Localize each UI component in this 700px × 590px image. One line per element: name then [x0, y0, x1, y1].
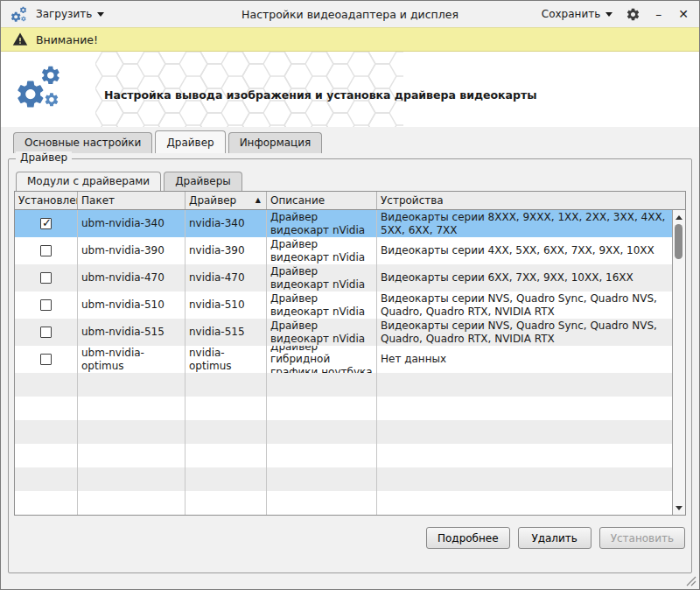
cell-driver: nvidia-340: [186, 210, 267, 237]
app-window: Загрузить Настройки видеоадаптера и дисп…: [0, 0, 700, 590]
installed-checkbox[interactable]: [40, 354, 52, 365]
gears-illustration-icon: [13, 62, 64, 113]
vertical-scrollbar[interactable]: [672, 210, 685, 515]
warning-banner: Внимание!: [1, 27, 699, 52]
tab-driver[interactable]: Драйвер: [155, 130, 225, 153]
cell-package: ubm-nvidia-510: [78, 291, 186, 319]
sort-ascending-icon: ▲: [256, 197, 262, 204]
cell-devices: Нет данных: [377, 346, 672, 373]
cell-description: Драйвер видеокарт nVidia: [267, 264, 377, 291]
resize-grip[interactable]: [686, 576, 696, 586]
column-header-driver[interactable]: Драйвер ▲: [186, 192, 267, 209]
groupbox-legend: Драйвер: [16, 151, 72, 164]
table-row-empty: [15, 444, 672, 467]
cell-driver: nvidia-510: [186, 291, 267, 319]
tab-label: Драйвер: [166, 137, 214, 149]
column-header-package[interactable]: Пакет: [78, 192, 186, 209]
subtab-drivers[interactable]: Драйверы: [164, 172, 242, 191]
cell-package: ubm-nvidia-470: [78, 264, 186, 291]
subtab-driver-modules[interactable]: Модули с драйверами: [16, 172, 161, 191]
table-header: Установлен Пакет Драйвер ▲ Описание Устр…: [15, 192, 685, 210]
column-header-description[interactable]: Описание: [267, 192, 377, 209]
chevron-down-icon: [97, 12, 104, 17]
page-header: Настройка вывода изображения и установка…: [1, 52, 699, 127]
table-row[interactable]: ubm-nvidia-510 nvidia-510 Драйвер видеок…: [15, 291, 672, 319]
tab-label: Информация: [240, 137, 312, 149]
table-row[interactable]: ubm-nvidia-390 nvidia-390 Драйвер видеок…: [15, 237, 672, 264]
cell-devices: Видеокарты серии NVS, Quadro Sync, Quadr…: [377, 291, 672, 319]
cell-description: Драйвер видеокарт nVidia: [267, 210, 377, 237]
table-row-empty: [15, 373, 672, 397]
chevron-down-icon: [606, 12, 612, 17]
cell-package: ubm-nvidia-515: [78, 319, 186, 346]
tab-information[interactable]: Информация: [228, 132, 323, 153]
table-row-empty: [15, 467, 672, 491]
details-button[interactable]: Подробнее: [426, 527, 510, 549]
cell-description: Драйвер видеокарт nVidia: [267, 291, 377, 319]
triangle-down-icon: [676, 506, 682, 510]
cell-driver: nvidia-390: [186, 237, 267, 264]
settings-gear-icon[interactable]: [626, 7, 640, 22]
driver-subtabbar: Модули с драйверами Драйверы: [16, 172, 686, 191]
cell-package: ubm-nvidia-340: [78, 210, 186, 237]
table-body: ubm-nvidia-340 nvidia-340 Драйвер видеок…: [15, 210, 672, 515]
cell-driver: nvidia-515: [186, 319, 267, 346]
cell-devices: Видеокарты серии 8XXX, 9XXX, 1XX, 2XX, 3…: [377, 210, 672, 237]
warning-text: Внимание!: [36, 33, 98, 46]
cell-devices: Видеокарты серии NVS, Quadro Sync, Quadr…: [377, 319, 672, 346]
table-row[interactable]: ubm-nvidia-470 nvidia-470 Драйвер видеок…: [15, 264, 672, 291]
main-tabbar: Основные настройки Драйвер Информация: [13, 130, 699, 153]
cell-description: Драйвер гибридной графики ноутбука: [267, 346, 377, 373]
cell-description: Драйвер видеокарт nVidia: [267, 319, 377, 346]
save-menu-button[interactable]: Сохранить: [542, 8, 613, 20]
cell-driver: nvidia-optimus: [186, 346, 267, 373]
table-row[interactable]: ubm-nvidia-340 nvidia-340 Драйвер видеок…: [15, 210, 672, 237]
table-row-empty: [15, 491, 672, 515]
titlebar: Загрузить Настройки видеоадаптера и дисп…: [1, 1, 699, 27]
installed-checkbox[interactable]: [40, 272, 52, 284]
load-menu-button[interactable]: Загрузить: [36, 8, 104, 20]
app-gears-icon: [10, 5, 28, 24]
subtab-label: Драйверы: [175, 175, 231, 187]
cell-devices: Видеокарты серии 6XX, 7XX, 9XX, 10XX, 16…: [377, 264, 672, 291]
table-row-empty: [15, 420, 672, 444]
scroll-down-button[interactable]: [673, 502, 685, 514]
install-button[interactable]: Установить: [599, 527, 685, 549]
delete-button[interactable]: Удалить: [518, 527, 592, 549]
close-button[interactable]: ✕: [676, 8, 690, 20]
page-subtitle: Настройка вывода изображения и установка…: [104, 88, 536, 102]
installed-checkbox[interactable]: [40, 218, 52, 229]
tab-main-settings[interactable]: Основные настройки: [13, 132, 152, 153]
cell-driver: nvidia-470: [186, 264, 267, 291]
window-title: Настройки видеоадаптера и дисплея: [106, 8, 594, 21]
installed-checkbox[interactable]: [40, 327, 52, 338]
load-menu-label: Загрузить: [36, 8, 92, 20]
action-button-row: Подробнее Удалить Установить: [14, 527, 686, 549]
scroll-up-button[interactable]: [673, 211, 685, 223]
save-menu-label: Сохранить: [542, 8, 601, 20]
cell-devices: Видеокарты серии 4XX, 5XX, 6XX, 7XX, 9XX…: [377, 237, 672, 264]
installed-checkbox[interactable]: [40, 245, 52, 256]
subtab-label: Модули с драйверами: [27, 175, 150, 187]
tab-label: Основные настройки: [24, 137, 141, 149]
installed-checkbox[interactable]: [40, 299, 52, 311]
minimize-button[interactable]: –: [654, 8, 663, 20]
driver-modules-table: Установлен Пакет Драйвер ▲ Описание Устр…: [14, 191, 686, 516]
triangle-up-icon: [676, 215, 682, 220]
table-row-empty: [15, 397, 672, 420]
cell-package: ubm-nvidia-optimus: [78, 346, 186, 373]
table-row[interactable]: ubm-nvidia-optimus nvidia-optimus Драйве…: [15, 346, 672, 373]
column-header-installed[interactable]: Установлен: [15, 192, 78, 209]
table-row[interactable]: ubm-nvidia-515 nvidia-515 Драйвер видеок…: [15, 319, 672, 346]
scrollbar-thumb[interactable]: [675, 224, 682, 259]
status-bar: [1, 572, 699, 589]
cell-package: ubm-nvidia-390: [78, 237, 186, 264]
warning-triangle-icon: [12, 32, 28, 47]
column-header-devices[interactable]: Устройства: [377, 192, 685, 209]
driver-groupbox: Драйвер Модули с драйверами Драйверы Уст…: [8, 158, 692, 573]
cell-description: Драйвер видеокарт nVidia: [267, 237, 377, 264]
